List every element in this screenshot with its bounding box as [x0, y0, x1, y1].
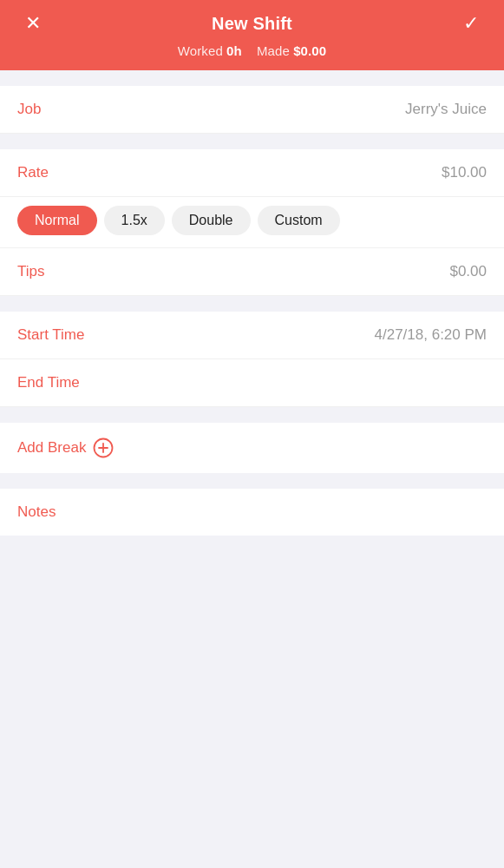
section-gap-5	[0, 473, 504, 489]
add-break-label: Add Break	[17, 439, 86, 457]
end-time-label: End Time	[17, 374, 80, 391]
rate-row[interactable]: Rate $10.00	[0, 149, 504, 197]
job-value: Jerry's Juice	[405, 101, 487, 118]
notes-label: Notes	[17, 503, 56, 521]
rate-custom-button[interactable]: Custom	[258, 206, 340, 235]
made-value: $0.00	[293, 43, 326, 58]
start-time-value: 4/27/18, 6:20 PM	[375, 326, 487, 344]
rate-toggle-row: Normal 1.5x Double Custom	[0, 197, 504, 248]
end-time-row[interactable]: End Time	[0, 359, 504, 407]
section-gap-3	[0, 296, 504, 312]
add-break-icon	[93, 437, 114, 458]
tips-row[interactable]: Tips $0.00	[0, 248, 504, 296]
tips-value: $0.00	[449, 263, 487, 280]
add-break-row[interactable]: Add Break	[0, 423, 504, 473]
rate-value: $10.00	[442, 164, 487, 181]
start-time-label: Start Time	[17, 326, 84, 344]
rate-toggle-group: Normal 1.5x Double Custom	[17, 206, 487, 235]
rate-1-5x-button[interactable]: 1.5x	[104, 206, 165, 235]
worked-value: 0h	[226, 43, 242, 58]
notes-row[interactable]: Notes	[0, 489, 504, 536]
rate-normal-button[interactable]: Normal	[17, 206, 97, 235]
tips-label: Tips	[17, 263, 45, 280]
header-top: ✕ New Shift ✓	[0, 0, 504, 43]
job-label: Job	[17, 101, 41, 118]
section-gap-4	[0, 407, 504, 423]
section-gap-2	[0, 134, 504, 149]
confirm-icon[interactable]: ✓	[455, 12, 487, 35]
close-icon[interactable]: ✕	[17, 12, 49, 35]
worked-label: Worked	[178, 43, 223, 58]
header-subtitle: Worked 0h Made $0.00	[178, 43, 326, 70]
page-title: New Shift	[212, 14, 292, 34]
section-gap-1	[0, 70, 504, 86]
rate-label: Rate	[17, 164, 49, 181]
made-label: Made	[257, 43, 290, 58]
rate-double-button[interactable]: Double	[172, 206, 251, 235]
start-time-row[interactable]: Start Time 4/27/18, 6:20 PM	[0, 312, 504, 359]
header: ✕ New Shift ✓ Worked 0h Made $0.00	[0, 0, 504, 70]
job-row[interactable]: Job Jerry's Juice	[0, 86, 504, 134]
